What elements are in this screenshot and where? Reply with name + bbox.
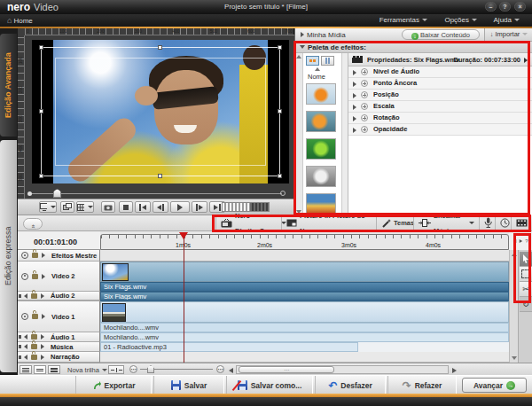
snap-music-button[interactable]: Encaixar Música	[413, 215, 479, 230]
clip-label-mochilando-video[interactable]: Mochilando....wmv	[100, 323, 509, 332]
expand-right-icon[interactable]	[42, 274, 45, 279]
keyframe-icon[interactable]	[361, 80, 368, 87]
minimize-button[interactable]: –	[485, 2, 497, 12]
keyframe-icon[interactable]	[361, 68, 368, 75]
resize-handle[interactable]	[278, 109, 282, 113]
home-menu[interactable]: ⌂Home	[7, 16, 33, 25]
preview-canvas[interactable]	[25, 35, 294, 189]
playhead-marker[interactable]	[179, 232, 188, 239]
resize-handle[interactable]	[278, 45, 282, 50]
track-content-efeitos[interactable]	[100, 250, 509, 262]
keyframe-icon[interactable]	[361, 126, 368, 133]
track-header-narracao[interactable]: Narração	[18, 352, 100, 363]
compare-frames-button[interactable]	[60, 201, 74, 213]
clip-mochilando-audio[interactable]: Mochilando....wmv	[100, 332, 509, 342]
select-tool-button[interactable]	[520, 252, 532, 267]
track-header-audio-2[interactable]: Áudio 2	[18, 292, 100, 301]
timeline-zoom-in-button[interactable]: ⋯	[216, 365, 224, 373]
track-height-large-button[interactable]	[48, 365, 60, 374]
redo-button[interactable]: ↷ Refazer	[387, 376, 457, 394]
zoom-out-dot[interactable]	[27, 191, 32, 196]
lock-icon[interactable]	[31, 334, 37, 340]
lock-icon[interactable]	[31, 293, 37, 299]
help-window-button[interactable]: ?	[499, 2, 511, 12]
effects-scrollbar[interactable]	[295, 53, 303, 215]
panel-splitter[interactable]	[341, 53, 348, 215]
resize-handle[interactable]	[158, 45, 162, 50]
marquee-tool-button[interactable]	[520, 267, 532, 282]
undo-button[interactable]: ↶ Desfazer	[315, 376, 386, 394]
menu-ajuda[interactable]: Ajuda	[494, 16, 520, 24]
expand-right-icon[interactable]	[353, 128, 356, 133]
effect-thumbnail[interactable]	[306, 111, 336, 132]
lock-icon[interactable]	[31, 355, 37, 360]
clip-six-flags-audio[interactable]: Six Flags.wmv	[100, 292, 509, 301]
track-header-efeitos-mestre[interactable]: Efeitos Mestre	[18, 250, 100, 262]
sync-tool-button[interactable]: ↻	[520, 297, 532, 312]
zoom-in-dot[interactable]	[280, 191, 286, 196]
resize-handle[interactable]	[39, 109, 43, 113]
resize-handle[interactable]	[39, 45, 43, 50]
zoom-slider-track[interactable]	[30, 193, 282, 194]
expand-right-icon[interactable]	[42, 314, 45, 319]
clip-six-flags-video[interactable]	[100, 262, 509, 282]
record-narration-button[interactable]	[479, 215, 495, 230]
go-start-button[interactable]	[135, 201, 151, 213]
rhythmsnap-button[interactable]: Nero RhythmSnap	[215, 215, 281, 230]
snapshot-button[interactable]	[101, 201, 115, 213]
scroll-down-icon[interactable]	[512, 356, 517, 360]
lock-icon[interactable]	[31, 344, 37, 349]
expand-right-icon[interactable]	[353, 70, 356, 75]
track-header-audio-1[interactable]: Áudio 1	[18, 332, 100, 342]
thumbnail-view-button[interactable]	[306, 56, 319, 66]
lock-icon[interactable]	[32, 274, 38, 279]
expand-right-icon[interactable]	[42, 253, 45, 258]
list-view-button[interactable]	[321, 56, 334, 66]
speaker-icon[interactable]	[21, 334, 27, 340]
stop-button[interactable]	[119, 201, 133, 213]
save-button[interactable]: Salvar	[153, 376, 224, 394]
property-row[interactable]: Posição	[348, 90, 532, 101]
video-frame[interactable]	[32, 40, 289, 183]
zoom-fit-button[interactable]	[108, 365, 124, 374]
expand-right-icon[interactable]	[41, 334, 44, 340]
effect-thumbnail[interactable]	[306, 138, 336, 160]
scroll-left-icon[interactable]	[229, 368, 233, 373]
nav-left-icon[interactable]	[513, 238, 517, 242]
expand-right-icon[interactable]	[41, 344, 44, 349]
play-button[interactable]	[170, 201, 190, 213]
resize-handle[interactable]	[278, 174, 282, 178]
track-header-video-2[interactable]: Video 2	[18, 262, 100, 292]
scroll-up-icon[interactable]	[512, 253, 517, 256]
scroll-up-icon[interactable]	[296, 55, 301, 59]
lock-icon[interactable]	[32, 253, 38, 258]
grid-view-button[interactable]	[76, 201, 94, 213]
expand-right-icon[interactable]	[41, 293, 44, 299]
keyframe-icon[interactable]	[361, 103, 368, 110]
property-row[interactable]: Escala	[348, 101, 532, 113]
name-column-header[interactable]: Nome	[308, 73, 325, 81]
expand-right-icon[interactable]	[353, 116, 356, 121]
download-content-button[interactable]: ↓Baixar Conteúdo	[402, 29, 480, 40]
resize-handle[interactable]	[158, 174, 162, 178]
lock-icon[interactable]	[32, 314, 38, 319]
track-content-narracao[interactable]	[100, 352, 509, 363]
menu-ferramentas[interactable]: Ferramentas	[379, 16, 427, 24]
visibility-icon[interactable]	[21, 273, 28, 280]
help-icon[interactable]: ?	[525, 238, 528, 244]
effect-thumbnail[interactable]	[306, 83, 336, 105]
expand-right-icon[interactable]	[41, 355, 44, 360]
timeline-ruler[interactable]: 1m0s 2m0s 3m0s 4m0s	[100, 234, 509, 250]
hscroll-handle[interactable]: ⋯	[239, 366, 334, 373]
ad-spotter-button[interactable]	[511, 215, 532, 230]
next-frame-button[interactable]	[192, 201, 207, 213]
duration-button[interactable]	[495, 215, 511, 230]
speaker-icon[interactable]	[21, 355, 27, 360]
collapse-preview-button[interactable]: «	[23, 218, 43, 230]
track-height-small-button[interactable]	[20, 365, 32, 374]
pip-button[interactable]: Picture-in-Picture do Nero	[281, 215, 376, 230]
track-header-musica[interactable]: Música	[18, 342, 100, 352]
clip-mochilando-video[interactable]	[100, 301, 509, 323]
property-row[interactable]: Rotação	[348, 113, 532, 124]
timeline-hscrollbar[interactable]: ⋯	[236, 365, 449, 374]
